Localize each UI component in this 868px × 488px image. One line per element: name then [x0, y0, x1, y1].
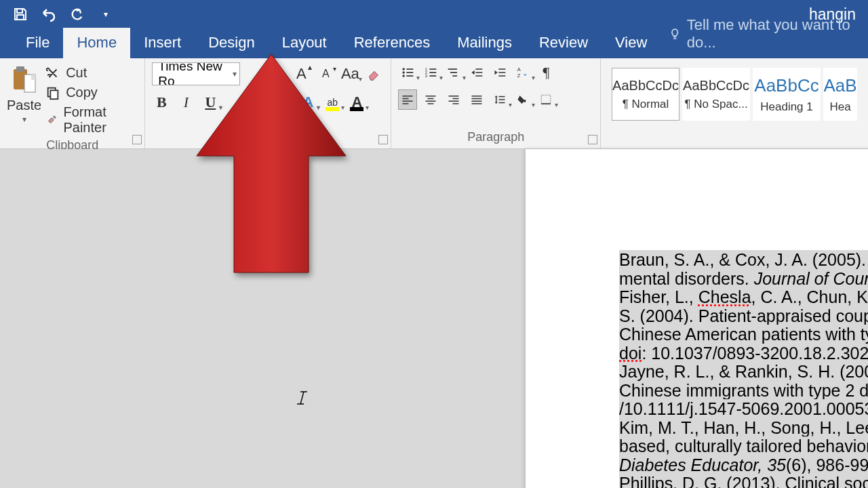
sort-button[interactable]: AZ [513, 62, 532, 83]
multilevel-list-button[interactable] [444, 62, 463, 83]
cut-label: Cut [66, 65, 87, 81]
justify-button[interactable] [467, 89, 486, 110]
numbering-button[interactable]: 123 [421, 62, 440, 83]
redo-icon[interactable] [69, 6, 85, 22]
tell-me-placeholder: Tell me what you want to do... [687, 16, 868, 52]
align-left-icon [401, 94, 414, 106]
svg-rect-35 [472, 96, 482, 97]
bucket-icon [517, 94, 529, 106]
tab-insert[interactable]: Insert [130, 28, 195, 58]
paragraph-dialog-launcher[interactable] [588, 135, 597, 144]
bullets-icon [401, 66, 414, 79]
svg-rect-29 [426, 101, 436, 102]
tab-design[interactable]: Design [195, 28, 268, 58]
svg-point-8 [403, 71, 405, 73]
tab-references[interactable]: References [340, 28, 444, 58]
format-painter-button[interactable]: Format Painter [45, 104, 138, 136]
svg-rect-27 [426, 96, 436, 97]
svg-rect-20 [453, 75, 458, 77]
svg-rect-32 [453, 98, 459, 100]
style-heading2[interactable]: AaB Hea [823, 68, 857, 121]
undo-icon[interactable] [41, 6, 57, 22]
style-normal[interactable]: AaBbCcDc ¶ Normal [612, 68, 679, 121]
tell-me-search[interactable]: Tell me what you want to do... [669, 16, 868, 58]
outdent-icon [470, 66, 484, 79]
paste-button[interactable]: Paste ▾ [7, 62, 41, 136]
svg-rect-17 [430, 75, 437, 77]
svg-rect-25 [403, 101, 413, 102]
svg-rect-5 [50, 90, 58, 99]
document-workspace[interactable]: Braun, S. A., & Cox, J. A. (2005). Mana … [0, 149, 868, 488]
chevron-down-icon[interactable]: ▾ [22, 115, 26, 124]
svg-text:3: 3 [425, 74, 427, 78]
svg-rect-24 [403, 98, 409, 100]
styles-gallery[interactable]: AaBbCcDc ¶ Normal AaBbCcDc ¶ No Spac... … [608, 66, 861, 148]
font-color-button[interactable]: A [347, 92, 366, 113]
svg-rect-34 [453, 103, 459, 104]
qat-customize-icon[interactable]: ▾ [98, 6, 114, 22]
grow-font-button[interactable]: A▴ [292, 64, 311, 84]
sort-icon: AZ [516, 66, 530, 79]
tab-layout[interactable]: Layout [269, 28, 340, 58]
borders-button[interactable] [536, 89, 555, 110]
svg-rect-15 [430, 72, 437, 73]
group-clipboard: Paste ▾ Cut Copy Format Painter Clipboar… [0, 58, 145, 148]
decrease-indent-button[interactable] [467, 62, 486, 83]
font-dialog-launcher[interactable] [378, 135, 388, 144]
svg-rect-9 [407, 72, 414, 73]
svg-rect-19 [450, 72, 457, 73]
paste-icon [9, 65, 39, 95]
bold-button[interactable]: B [152, 92, 171, 113]
show-hide-button[interactable]: ¶ [536, 62, 555, 83]
shading-button[interactable] [513, 89, 532, 110]
italic-button[interactable]: I [176, 92, 195, 113]
align-right-button[interactable] [444, 89, 463, 110]
align-right-icon [448, 94, 460, 106]
clear-formatting-button[interactable] [365, 64, 384, 84]
document-page[interactable]: Braun, S. A., & Cox, J. A. (2005). Mana … [526, 149, 868, 488]
text-effects-button[interactable]: A [298, 92, 317, 113]
lightbulb-icon [669, 27, 681, 41]
highlight-button[interactable]: ab [323, 92, 342, 113]
align-left-button[interactable] [398, 89, 417, 110]
line-spacing-button[interactable] [490, 89, 509, 110]
style-heading1[interactable]: AaBbCc Heading 1 [753, 68, 821, 121]
indent-icon [493, 66, 507, 79]
bullets-button[interactable] [398, 62, 417, 83]
clipboard-dialog-launcher[interactable] [132, 135, 142, 144]
line-spacing-icon [494, 94, 506, 106]
svg-rect-26 [403, 103, 409, 104]
copy-label: Copy [66, 85, 98, 100]
tab-review[interactable]: Review [526, 28, 601, 58]
svg-rect-28 [428, 98, 434, 100]
svg-rect-30 [428, 103, 434, 104]
underline-button[interactable]: U [201, 92, 220, 113]
align-center-button[interactable] [421, 89, 440, 110]
tab-mailings[interactable]: Mailings [443, 28, 526, 58]
style-no-spacing[interactable]: AaBbCcDc ¶ No Spac... [682, 68, 750, 121]
format-painter-label: Format Painter [63, 104, 138, 136]
svg-rect-38 [472, 103, 482, 104]
ribbon: Paste ▾ Cut Copy Format Painter Clipboar… [0, 58, 868, 149]
svg-rect-3 [31, 75, 35, 80]
document-text[interactable]: Braun, S. A., & Cox, J. A. (2005). Mana … [526, 251, 868, 488]
tab-home[interactable]: Home [63, 28, 130, 58]
svg-rect-23 [403, 96, 413, 97]
cut-button[interactable]: Cut [45, 65, 138, 81]
tab-view[interactable]: View [601, 28, 660, 58]
paste-label: Paste [7, 98, 41, 113]
font-family-select[interactable]: Times New Ro [152, 62, 240, 85]
copy-icon [45, 85, 60, 100]
save-icon[interactable] [12, 6, 28, 22]
paragraph-group-label: Paragraph [391, 127, 600, 148]
eraser-icon [367, 66, 382, 81]
copy-button[interactable]: Copy [45, 85, 138, 100]
tab-file[interactable]: File [12, 28, 63, 58]
increase-indent-button[interactable] [490, 62, 509, 83]
change-case-button[interactable]: Aa [340, 64, 359, 84]
svg-rect-40 [542, 103, 551, 104]
multilevel-icon [447, 66, 460, 79]
shrink-font-button[interactable]: A▾ [316, 64, 335, 84]
svg-rect-18 [448, 68, 457, 70]
svg-rect-7 [407, 68, 414, 70]
